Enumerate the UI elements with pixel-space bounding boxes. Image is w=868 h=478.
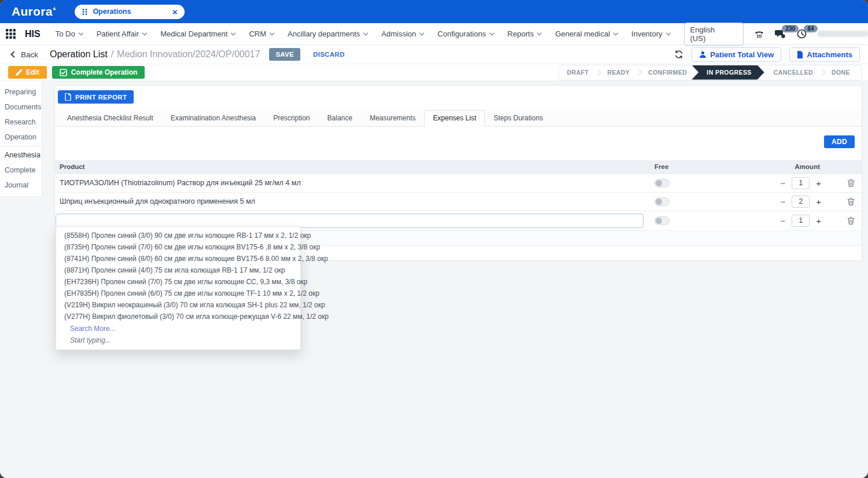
close-icon[interactable]: × xyxy=(172,8,178,16)
attachments-button[interactable]: Attachments xyxy=(789,47,860,62)
menu-his[interactable]: HIS xyxy=(25,29,41,39)
messages-icon[interactable]: 230 xyxy=(775,29,786,39)
menu-medical-department[interactable]: Medical Department xyxy=(160,30,235,38)
chevron-down-icon xyxy=(613,31,618,35)
operations-window-tab[interactable]: Operations × xyxy=(75,5,185,19)
free-toggle[interactable] xyxy=(654,197,670,206)
decrease-button[interactable]: − xyxy=(780,197,785,206)
product-cell[interactable]: ТИОТРИАЗОЛИН (Thiotriazolinum) Раствор д… xyxy=(55,174,650,192)
print-report-label: PRINT REPORT xyxy=(75,94,127,101)
increase-button[interactable]: + xyxy=(816,216,821,225)
chevron-down-icon xyxy=(231,31,236,35)
toggle-knob xyxy=(656,218,662,224)
sidebar-item-operation[interactable]: Operation xyxy=(0,130,42,145)
company-name-redacted[interactable] xyxy=(817,31,868,37)
decrease-button[interactable]: − xyxy=(780,216,785,225)
dropdown-item[interactable]: (V277H) Викрил фиолетовый (3/0) 70 см иг… xyxy=(56,311,300,322)
tab-steps-durations[interactable]: Steps Durations xyxy=(485,110,551,126)
free-toggle[interactable] xyxy=(654,216,670,225)
sidebar-item-journal[interactable]: Journal xyxy=(0,178,42,193)
delete-row-icon[interactable] xyxy=(844,179,857,187)
pencil-icon xyxy=(16,69,23,76)
menu-admission[interactable]: Admission xyxy=(381,30,424,38)
language-selector[interactable]: English (US) xyxy=(684,23,744,46)
breadcrumb-operation-list[interactable]: Operation List xyxy=(50,49,108,60)
sidebar-divider xyxy=(0,146,42,146)
increase-button[interactable]: + xyxy=(816,179,821,187)
menu-to-do[interactable]: To Do xyxy=(56,30,83,38)
col-amount: Amount xyxy=(731,160,840,174)
menu-crm[interactable]: CRM xyxy=(249,30,274,38)
discard-button[interactable]: DISCARD xyxy=(310,50,348,58)
chevron-down-icon xyxy=(490,31,494,35)
delete-row-icon[interactable] xyxy=(844,216,857,225)
sidebar-item-anesthesia[interactable]: Anesthesia xyxy=(0,148,42,163)
activities-clock-icon[interactable]: 84 xyxy=(797,29,807,39)
free-toggle[interactable] xyxy=(654,179,670,187)
back-button[interactable]: Back xyxy=(12,50,38,59)
breadcrumb-right: Patient Total View Attachments xyxy=(674,47,860,62)
main-menu-bar: HIS To Do Patient Affair Medical Departm… xyxy=(0,23,868,45)
sidebar-item-complete[interactable]: Complete xyxy=(0,163,42,178)
amount-input[interactable] xyxy=(792,215,810,227)
dropdown-item[interactable]: (8871H) Пролен синий (4/0) 75 см игла ко… xyxy=(56,264,300,276)
tab-balance[interactable]: Balance xyxy=(319,110,361,126)
save-button[interactable]: SAVE xyxy=(269,48,300,61)
tab-examinatination-anesthesia[interactable]: Examinatination Anesthesia xyxy=(162,110,264,126)
menu-label: Ancillary departments xyxy=(288,30,360,38)
expenses-table-wrap: Product Free Amount ТИОТРИАЗОЛИН (Thiotr… xyxy=(55,160,862,260)
stage-cancelled[interactable]: CANCELLED xyxy=(766,65,821,80)
amount-input[interactable] xyxy=(792,196,810,208)
dropdown-item[interactable]: (EH7236H) Пролен синий (7/0) 75 см две и… xyxy=(56,276,300,288)
menu-reports[interactable]: Reports xyxy=(507,30,542,38)
menu-patient-affair[interactable]: Patient Affair xyxy=(97,30,146,38)
sidebar-item-preparing[interactable]: Preparing xyxy=(0,84,42,100)
amount-input[interactable] xyxy=(792,177,810,189)
complete-operation-button[interactable]: Complete Operation xyxy=(52,66,145,79)
chevron-down-icon xyxy=(78,31,83,35)
navbar-right: English (US) 230 84 A Administrator xyxy=(684,23,868,46)
patient-total-view-button[interactable]: Patient Total View xyxy=(692,47,781,62)
add-row: ADD xyxy=(55,127,862,148)
increase-button[interactable]: + xyxy=(816,197,821,206)
stage-confirmed[interactable]: CONFIRMED xyxy=(640,65,695,80)
col-product: Product xyxy=(55,160,650,174)
form-tabs: Anesthesia Checklist Result Examinatinat… xyxy=(55,110,862,127)
apps-grid-icon[interactable] xyxy=(6,29,16,39)
operation-card: PRINT REPORT Anesthesia Checklist Result… xyxy=(54,85,862,261)
chevron-down-icon xyxy=(420,31,424,35)
decrease-button[interactable]: − xyxy=(780,179,785,187)
stage-done[interactable]: DONE xyxy=(823,65,858,80)
edit-button[interactable]: Edit xyxy=(8,66,47,79)
dropdown-item[interactable]: (EH7835H) Пролен синий (6/0) 75 см две и… xyxy=(56,288,300,299)
window-tab-label: Operations xyxy=(93,8,167,16)
phone-icon[interactable] xyxy=(754,30,764,39)
dropdown-item[interactable]: (8558H) Пролен синий (3/0) 90 см две игл… xyxy=(56,230,300,241)
stage-in-progress[interactable]: IN PROGRESS xyxy=(692,65,764,80)
dropdown-item[interactable]: (V219H) Викрил неокрашеный (3/0) 70 см и… xyxy=(56,299,300,311)
dropdown-item[interactable]: (8735H) Пролен синий (7/0) 60 см две игл… xyxy=(56,241,300,253)
stage-draft[interactable]: DRAFT xyxy=(559,65,597,80)
dropdown-item[interactable]: (8741H) Пролен синий (8/0) 60 см две игл… xyxy=(56,253,300,264)
sidebar-item-documents[interactable]: Documents xyxy=(0,100,42,115)
tab-anesthesia-checklist-result[interactable]: Anesthesia Checklist Result xyxy=(58,110,162,126)
tab-prescription[interactable]: Prescription xyxy=(264,110,318,126)
menu-inventory[interactable]: Inventory xyxy=(631,30,670,38)
add-button[interactable]: ADD xyxy=(824,135,855,148)
refresh-icon[interactable] xyxy=(674,50,683,59)
logo-plus: + xyxy=(53,5,57,12)
tab-measurements[interactable]: Measurements xyxy=(361,110,424,126)
menu-general-medical[interactable]: General medical xyxy=(555,30,617,38)
product-search-input[interactable] xyxy=(56,214,643,228)
delete-row-icon[interactable] xyxy=(844,197,857,205)
search-more-link[interactable]: Search More... xyxy=(56,322,300,334)
drag-handle-icon[interactable] xyxy=(82,8,87,16)
stage-ready[interactable]: READY xyxy=(599,65,638,80)
menu-configurations[interactable]: Configurations xyxy=(437,30,494,38)
print-report-button[interactable]: PRINT REPORT xyxy=(58,90,134,104)
sidebar-item-research[interactable]: Research xyxy=(0,115,42,130)
product-cell[interactable]: Шприц инъекционный для однократного прим… xyxy=(55,192,650,211)
tab-expenses-list[interactable]: Expenses List xyxy=(424,110,485,127)
menu-label: Patient Affair xyxy=(97,30,139,38)
menu-ancillary-departments[interactable]: Ancillary departments xyxy=(288,30,367,38)
